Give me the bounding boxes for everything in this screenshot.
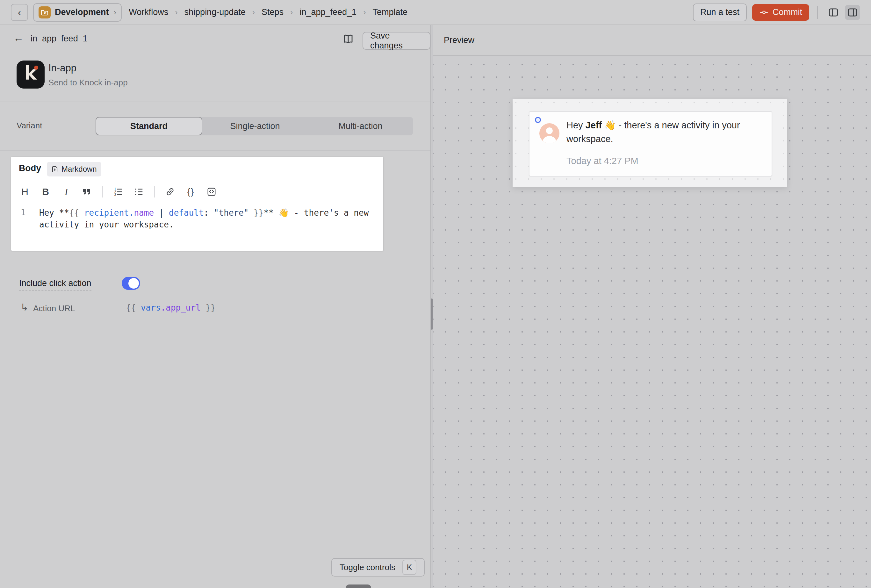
panel-resize-divider[interactable] <box>430 25 433 588</box>
breadcrumb-workflow-name[interactable]: shipping-update <box>184 7 245 17</box>
body-code-editor[interactable]: Hey **{{ recipient.name | default: "ther… <box>39 207 377 230</box>
back-chevron-icon: ‹ <box>18 7 21 18</box>
notification-preview-card[interactable]: Hey Jeff 👋 - there's a new activity in y… <box>529 111 772 177</box>
panel-right-icon <box>847 7 858 18</box>
resize-drag-handle[interactable] <box>431 298 433 330</box>
template-editor-panel: ← in_app_feed_1 Save changes k In-app Se… <box>0 25 430 588</box>
toolbar-divider <box>154 186 155 197</box>
app-window: ‹ Development › Workflows › shipping-upd… <box>0 0 871 588</box>
run-a-test-label: Run a test <box>700 7 739 17</box>
variant-segmented-control: Standard Single-action Multi-action <box>96 117 413 135</box>
variant-option-single-action[interactable]: Single-action <box>202 117 308 135</box>
toggle-knob <box>129 278 139 289</box>
top-bar: ‹ Development › Workflows › shipping-upd… <box>0 0 871 25</box>
avatar-head-shape <box>546 127 553 134</box>
include-click-action-label: Include click action <box>19 278 91 291</box>
section-divider <box>0 150 430 151</box>
breadcrumb-template[interactable]: Template <box>373 7 407 17</box>
toggle-controls-button[interactable]: Toggle controls K <box>331 558 425 576</box>
ordered-list-icon[interactable]: 1 2 3 <box>113 186 124 197</box>
action-url-value[interactable]: {{ vars.app_url }} <box>126 303 216 313</box>
tooltip-stub <box>346 585 371 588</box>
commit-button[interactable]: Commit <box>752 4 809 21</box>
variant-label: Variant <box>16 121 42 130</box>
channel-title: In-app <box>48 63 76 74</box>
chevron-right-icon: › <box>114 7 117 17</box>
commit-icon <box>759 7 769 17</box>
docs-book-icon[interactable] <box>341 32 355 46</box>
markdown-file-icon <box>51 166 58 173</box>
svg-text:3: 3 <box>114 193 116 196</box>
toolbar-divider <box>102 186 103 197</box>
editor-header: ← in_app_feed_1 Save changes <box>0 25 430 55</box>
include-click-action-toggle[interactable] <box>122 277 140 290</box>
bullet-list-icon[interactable] <box>133 186 144 197</box>
variant-option-label: Standard <box>130 121 168 131</box>
knock-logo-dot <box>34 66 38 70</box>
heading-icon[interactable]: H <box>19 186 30 197</box>
action-url-label: Action URL <box>33 304 75 313</box>
bold-icon[interactable]: B <box>40 186 51 197</box>
body-editor-card: Body Markdown H B I <box>11 157 383 251</box>
link-icon[interactable] <box>165 186 175 197</box>
environment-switcher[interactable]: Development › <box>33 3 122 22</box>
knock-in-app-channel-logo: k <box>16 60 45 88</box>
avatar <box>539 123 560 143</box>
body-field-label: Body <box>19 163 41 173</box>
variant-option-standard[interactable]: Standard <box>96 117 202 135</box>
breadcrumb-workflows[interactable]: Workflows <box>129 7 168 17</box>
variant-option-multi-action[interactable]: Multi-action <box>308 117 413 135</box>
environment-folder-icon <box>39 6 51 18</box>
preview-title: Preview <box>444 35 474 45</box>
toggle-left-panel-button[interactable] <box>826 5 841 20</box>
preview-header: Preview <box>433 25 871 56</box>
notification-message: Hey Jeff 👋 - there's a new activity in y… <box>566 118 757 146</box>
avatar-body-shape <box>543 136 556 143</box>
breadcrumb-steps[interactable]: Steps <box>262 7 284 17</box>
chevron-right-icon: › <box>363 7 366 17</box>
toggle-right-panel-button[interactable] <box>845 5 860 20</box>
back-arrow-icon[interactable]: ← <box>13 32 24 44</box>
unread-indicator <box>535 117 541 123</box>
chevron-right-icon: › <box>290 7 293 17</box>
save-changes-button[interactable]: Save changes <box>362 32 430 50</box>
liquid-variable-icon[interactable]: {} <box>186 186 196 197</box>
toggle-controls-label: Toggle controls <box>340 563 395 572</box>
variant-option-label: Multi-action <box>338 121 382 131</box>
notification-timestamp: Today at 4:27 PM <box>566 156 638 166</box>
editor-toolbar: H B I 1 2 3 <box>19 186 217 197</box>
environment-label: Development <box>55 7 109 17</box>
section-divider <box>0 102 430 102</box>
panel-left-icon <box>828 7 839 18</box>
topbar-divider <box>817 6 818 19</box>
chevron-right-icon: › <box>252 7 255 17</box>
code-block-icon[interactable] <box>206 186 217 197</box>
code-line-number: 1 <box>21 208 26 217</box>
commit-label: Commit <box>772 7 802 17</box>
back-button[interactable]: ‹ <box>11 4 28 21</box>
preview-dotted-canvas: Hey Jeff 👋 - there's a new activity in y… <box>433 56 871 588</box>
feed-preview-container: Hey Jeff 👋 - there's a new activity in y… <box>513 99 787 187</box>
save-changes-label: Save changes <box>370 31 423 51</box>
format-badge-label: Markdown <box>61 165 97 174</box>
run-a-test-button[interactable]: Run a test <box>693 3 747 21</box>
format-badge[interactable]: Markdown <box>47 162 101 177</box>
chevron-right-icon: › <box>175 7 177 17</box>
step-name-label: in_app_feed_1 <box>31 34 88 43</box>
variant-option-label: Single-action <box>230 121 280 131</box>
breadcrumb: Workflows › shipping-update › Steps › in… <box>129 7 407 17</box>
return-arrow-icon: ↳ <box>20 302 28 313</box>
breadcrumb-step-name[interactable]: in_app_feed_1 <box>299 7 356 17</box>
channel-subtitle: Send to Knock in-app <box>48 78 128 88</box>
preview-panel: Preview Hey Jeff 👋 - there's a new activ… <box>433 25 871 588</box>
italic-icon[interactable]: I <box>61 186 72 197</box>
knock-k-glyph: k <box>16 63 45 84</box>
keyboard-shortcut-badge: K <box>403 560 416 575</box>
blockquote-icon[interactable] <box>82 186 93 197</box>
